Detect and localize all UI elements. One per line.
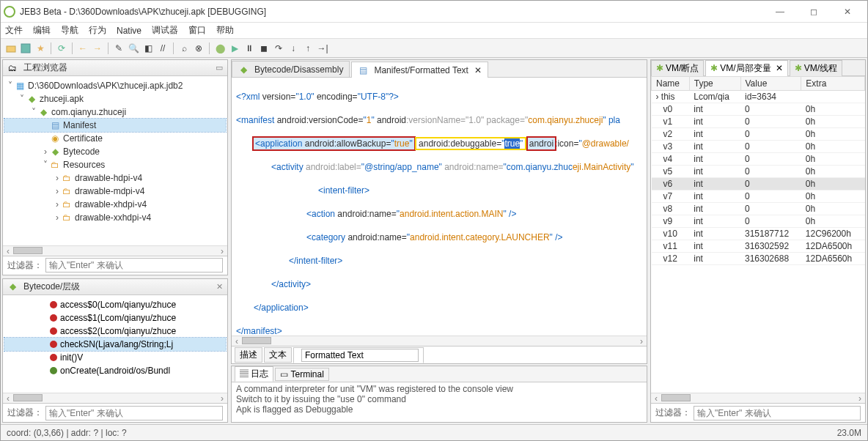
outline-item[interactable]: access$0(Lcom/qianyu/zhuce bbox=[4, 298, 226, 311]
edit-icon[interactable]: ✎ bbox=[113, 42, 125, 54]
close-pane-icon[interactable]: ✕ bbox=[216, 282, 223, 292]
table-row[interactable]: v3int00h bbox=[652, 141, 865, 153]
editor-bottom-tabs: 描述 文本 bbox=[232, 346, 647, 363]
tree-bytecode[interactable]: Bytecode bbox=[63, 147, 100, 157]
tree-root[interactable]: D:\360Downloads\APK\zhuceji.apk.jdb2 bbox=[28, 81, 183, 91]
table-row[interactable]: v6int00h bbox=[652, 178, 865, 190]
cell: 0h bbox=[801, 190, 865, 203]
variables-table[interactable]: Name Type Value Extra › thisLcom/qiaid=3… bbox=[651, 76, 865, 393]
menu-nav[interactable]: 导航 bbox=[61, 24, 78, 37]
step-into-icon[interactable]: ↓ bbox=[287, 42, 299, 54]
col-type[interactable]: Type bbox=[689, 77, 740, 91]
refresh-icon[interactable]: ⟳ bbox=[56, 42, 67, 54]
minimize-button[interactable]: — bbox=[763, 1, 797, 23]
btab-formatted[interactable] bbox=[293, 347, 424, 363]
open-icon[interactable] bbox=[5, 42, 17, 54]
tree-res0[interactable]: drawable-hdpi-v4 bbox=[75, 173, 142, 183]
save-icon[interactable] bbox=[20, 42, 32, 54]
outline-list[interactable]: access$0(Lcom/qianyu/zhuceaccess$1(Lcom/… bbox=[3, 295, 227, 393]
menu-edit[interactable]: 编辑 bbox=[33, 24, 51, 37]
menu-native[interactable]: Native bbox=[117, 26, 141, 36]
log-output[interactable]: A command interpreter for unit "VM" was … bbox=[232, 382, 647, 422]
project-tree[interactable]: ˅▦D:\360Downloads\APK\zhuceji.apk.jdb2 ˅… bbox=[3, 76, 227, 245]
vartable-filter-input[interactable] bbox=[694, 406, 861, 420]
col-value[interactable]: Value bbox=[740, 77, 801, 91]
outline-hscroll[interactable]: ‹› bbox=[3, 393, 227, 403]
outline-item[interactable]: init()V bbox=[4, 351, 226, 364]
log-line: Switch to it by issuing the "use 0" comm… bbox=[236, 394, 642, 404]
outline-item[interactable]: access$2(Lcom/qianyu/zhuce bbox=[4, 325, 226, 338]
close-tab-icon[interactable]: ✕ bbox=[776, 63, 783, 73]
outline-item[interactable]: access$1(Lcom/qianyu/zhuce bbox=[4, 311, 226, 325]
menu-action[interactable]: 行为 bbox=[89, 24, 106, 37]
tree-res3[interactable]: drawable-xxhdpi-v4 bbox=[75, 212, 151, 223]
maximize-button[interactable]: ◻ bbox=[797, 1, 831, 23]
vartable-hscroll[interactable]: ‹› bbox=[651, 393, 865, 403]
project-filter-input[interactable] bbox=[45, 258, 223, 273]
vmtab-locals[interactable]: ✱VM/局部变量✕ bbox=[705, 60, 787, 76]
menu-help[interactable]: 帮助 bbox=[216, 24, 234, 37]
close-button[interactable]: ✕ bbox=[831, 1, 864, 23]
table-row[interactable]: v11int31630259212DA6500h bbox=[652, 240, 865, 253]
outline-item[interactable]: checkSN(Ljava/lang/String;Lj bbox=[4, 338, 226, 351]
table-row[interactable]: v7int00h bbox=[652, 190, 865, 203]
star-icon[interactable]: ★ bbox=[34, 42, 46, 54]
table-row[interactable]: v8int00h bbox=[652, 203, 865, 215]
tree-apk[interactable]: zhuceji.apk bbox=[40, 94, 84, 104]
outline-filter-input[interactable] bbox=[45, 406, 223, 420]
find-icon[interactable]: 🔍 bbox=[128, 42, 139, 54]
tree-pkg[interactable]: com.qianyu.zhuceji bbox=[51, 107, 126, 117]
tree-hscroll[interactable]: ‹› bbox=[3, 245, 227, 256]
table-row[interactable]: v5int00h bbox=[652, 166, 865, 178]
log-tab[interactable]: ▤ 日志 bbox=[235, 366, 273, 382]
menu-file[interactable]: 文件 bbox=[5, 24, 23, 37]
table-row[interactable]: v2int00h bbox=[652, 128, 865, 141]
table-row[interactable]: v12int31630268812DA6560h bbox=[652, 253, 865, 265]
run-to-icon[interactable]: →| bbox=[317, 42, 328, 54]
tab-bytecode[interactable]: ◆Bytecode/Disassembly bbox=[232, 61, 350, 77]
table-row[interactable]: v9int00h bbox=[652, 215, 865, 228]
col-extra[interactable]: Extra bbox=[801, 77, 865, 91]
table-row[interactable]: v10int31518771212C96200h bbox=[652, 228, 865, 240]
menu-debugger[interactable]: 调试器 bbox=[152, 24, 178, 37]
btab-desc[interactable]: 描述 bbox=[235, 347, 262, 363]
close-tab-icon[interactable]: ✕ bbox=[474, 65, 482, 75]
step-out-icon[interactable]: ↑ bbox=[302, 42, 314, 54]
cell: 0h bbox=[801, 153, 865, 166]
xref-icon[interactable]: ⊗ bbox=[193, 42, 205, 54]
tree-res1[interactable]: drawable-mdpi-v4 bbox=[75, 186, 144, 196]
comment-icon[interactable]: // bbox=[157, 42, 169, 54]
outline-item-label: checkSN(Ljava/lang/String;Lj bbox=[60, 339, 173, 349]
table-row[interactable]: › thisLcom/qiaid=3634 bbox=[652, 91, 865, 103]
vmtab-breakpoints[interactable]: ✱VM/断点 bbox=[651, 60, 704, 76]
stop-icon[interactable]: ◼ bbox=[258, 42, 270, 54]
right-column: ✱VM/断点 ✱VM/局部变量✕ ✱VM/线程 Name Type Value … bbox=[649, 58, 867, 424]
minimize-pane-icon[interactable]: ▭ bbox=[216, 63, 223, 73]
back-icon[interactable]: ← bbox=[77, 42, 89, 54]
table-row[interactable]: v0int00h bbox=[652, 103, 865, 116]
menu-window[interactable]: 窗口 bbox=[188, 24, 206, 37]
debug-icon[interactable]: ⬤ bbox=[214, 42, 226, 54]
table-row[interactable]: v1int00h bbox=[652, 116, 865, 128]
outline-item[interactable]: onCreate(Landroid/os/Bundl bbox=[4, 364, 226, 377]
vmtab-threads[interactable]: ✱VM/线程 bbox=[790, 60, 842, 76]
tree-manifest[interactable]: Manifest bbox=[63, 120, 96, 130]
bookmark-icon[interactable]: ◧ bbox=[142, 42, 154, 54]
cell: v11 bbox=[652, 240, 690, 253]
pause-icon[interactable]: ⏸ bbox=[243, 42, 255, 54]
table-row[interactable]: v4int00h bbox=[652, 153, 865, 166]
btab-text[interactable]: 文本 bbox=[264, 347, 292, 363]
code-editor[interactable]: <?xml version="1.0" encoding="UTF-8"?> <… bbox=[232, 78, 647, 336]
tree-resources[interactable]: Resources bbox=[63, 160, 105, 170]
forward-icon[interactable]: → bbox=[92, 42, 103, 54]
step-over-icon[interactable]: ↷ bbox=[273, 42, 284, 54]
tree-res2[interactable]: drawable-xhdpi-v4 bbox=[75, 199, 147, 210]
formatted-text-input[interactable] bbox=[301, 349, 419, 362]
run-icon[interactable]: ▶ bbox=[229, 42, 240, 54]
terminal-tab[interactable]: ▭ Terminal bbox=[275, 368, 328, 381]
search-icon[interactable]: ⌕ bbox=[178, 42, 190, 54]
tree-cert[interactable]: Certificate bbox=[63, 133, 103, 144]
editor-hscroll[interactable]: ‹› bbox=[232, 336, 647, 346]
tab-manifest[interactable]: ▤Manifest/Formatted Text✕ bbox=[351, 62, 488, 78]
col-name[interactable]: Name bbox=[652, 77, 690, 91]
